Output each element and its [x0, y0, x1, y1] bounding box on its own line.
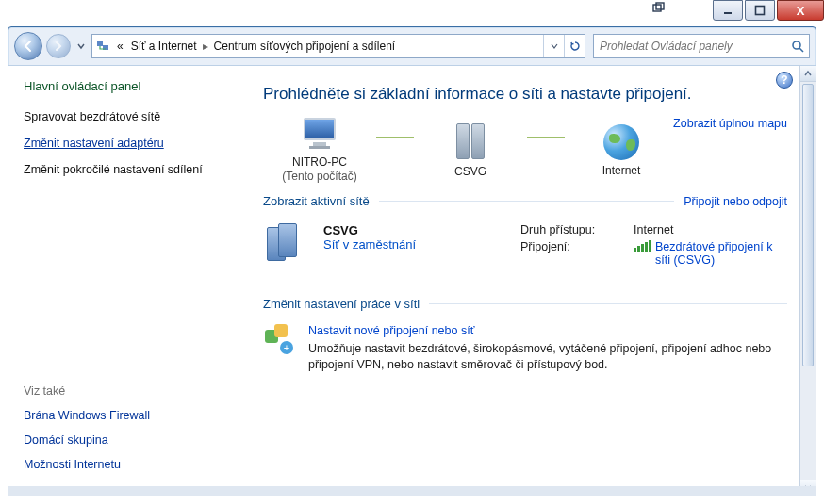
sidebar-manage-wireless[interactable]: Spravovat bezdrátové sítě: [24, 110, 237, 123]
navigation-row: « Síť a Internet ▸ Centrum síťových přip…: [8, 27, 816, 65]
window-controls: X: [711, 0, 824, 28]
sidebar-internet-options[interactable]: Možnosti Internetu: [24, 458, 237, 471]
window-frame: « Síť a Internet ▸ Centrum síťových přip…: [8, 26, 816, 496]
sidebar-firewall[interactable]: Brána Windows Firewall: [24, 409, 237, 422]
svg-rect-4: [97, 41, 103, 46]
page-title: Prohlédněte si základní informace o síti…: [263, 85, 787, 104]
scroll-up-button[interactable]: [800, 66, 816, 82]
network-center-icon: [92, 39, 113, 54]
svg-rect-3: [656, 3, 664, 9]
back-button[interactable]: [14, 32, 42, 60]
window-extra: [652, 0, 700, 21]
new-connection-icon: +: [263, 324, 295, 356]
active-network-type-link[interactable]: Síť v zaměstnání: [323, 237, 416, 252]
minimize-button[interactable]: [713, 0, 743, 21]
active-networks-title: Zobrazit aktivní sítě: [263, 194, 370, 208]
close-button[interactable]: X: [777, 0, 824, 21]
content-area: Hlavní ovládací panel Spravovat bezdráto…: [8, 65, 816, 496]
map-gateway[interactable]: CSVG: [414, 123, 527, 179]
active-networks-section: Zobrazit aktivní sítě Připojit nebo odpo…: [263, 194, 787, 270]
svg-rect-1: [756, 7, 765, 15]
network-map: Zobrazit úplnou mapu NITRO-PC(Tento počí…: [263, 117, 787, 185]
map-this-pc[interactable]: NITRO-PC(Tento počítač): [263, 118, 376, 184]
secondary-window-button[interactable]: [652, 0, 696, 17]
nav-history-dropdown[interactable]: [74, 32, 88, 60]
refresh-button[interactable]: [564, 35, 585, 57]
svg-rect-0: [724, 12, 732, 14]
wifi-signal-icon: [634, 240, 651, 252]
scroll-thumb[interactable]: [802, 84, 814, 366]
view-full-map-link[interactable]: Zobrazit úplnou mapu: [673, 117, 787, 130]
connection-line-icon: [376, 137, 414, 138]
breadcrumb-sharing-center[interactable]: Centrum síťových připojení a sdílení: [210, 40, 400, 53]
connect-disconnect-link[interactable]: Připojit nebo odpojit: [684, 195, 787, 208]
breadcrumb-root[interactable]: «: [113, 40, 127, 53]
svg-point-6: [793, 41, 800, 49]
sidebar-change-adapter[interactable]: Změnit nastavení adaptéru: [24, 137, 237, 150]
connection-line-icon: [527, 137, 565, 138]
svg-line-7: [799, 48, 803, 52]
breadcrumb-network[interactable]: Síť a Internet: [127, 40, 201, 53]
see-also-heading: Viz také: [24, 384, 237, 398]
connection-link[interactable]: Bezdrátové připojení k síti (CSVG): [634, 240, 787, 267]
access-type-label: Druh přístupu:: [520, 223, 624, 236]
access-type-value: Internet: [634, 223, 673, 236]
connection-label: Připojení:: [520, 240, 624, 267]
sidebar-advanced-sharing[interactable]: Změnit pokročilé nastavení sdílení: [24, 163, 237, 176]
sidebar: Hlavní ovládací panel Spravovat bezdráto…: [8, 66, 252, 496]
forward-button[interactable]: [46, 34, 71, 58]
task-new-connection-title[interactable]: Nastavit nové připojení nebo síť: [308, 324, 787, 337]
active-network-name: CSVG: [323, 223, 416, 237]
map-internet[interactable]: Internet: [565, 124, 678, 178]
search-box[interactable]: [593, 34, 810, 58]
main-panel: ? Prohlédněte si základní informace o sí…: [252, 66, 816, 496]
task-new-connection-desc: Umožňuje nastavit bezdrátové, širokopásm…: [308, 341, 787, 373]
server-tower-icon: [452, 123, 489, 161]
chevron-right-icon: ▸: [201, 40, 210, 53]
search-input[interactable]: [594, 36, 786, 57]
change-settings-section: Změnit nastavení práce v síti + Nastavit…: [263, 297, 787, 373]
address-dropdown[interactable]: [543, 35, 564, 57]
computer-icon: [301, 118, 338, 152]
vertical-scrollbar[interactable]: [799, 66, 816, 496]
horizontal-scrollbar[interactable]: [8, 486, 816, 496]
network-icon: [263, 223, 308, 268]
sidebar-homegroup[interactable]: Domácí skupina: [24, 433, 237, 447]
sidebar-heading[interactable]: Hlavní ovládací panel: [24, 79, 237, 93]
address-bar[interactable]: « Síť a Internet ▸ Centrum síťových přip…: [91, 34, 585, 58]
svg-rect-2: [653, 5, 661, 11]
maximize-button[interactable]: [745, 0, 775, 21]
search-icon[interactable]: [786, 35, 809, 57]
task-new-connection[interactable]: + Nastavit nové připojení nebo síť Umožň…: [263, 324, 787, 373]
globe-icon: [603, 124, 639, 160]
change-settings-title: Změnit nastavení práce v síti: [263, 297, 420, 311]
